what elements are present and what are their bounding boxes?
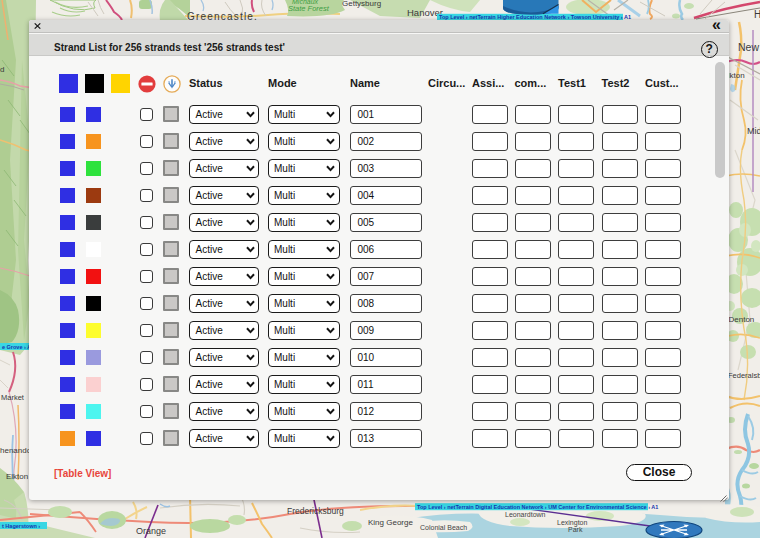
svg-text:Market: Market bbox=[1, 393, 25, 402]
svg-text:d: d bbox=[0, 65, 4, 74]
svg-text:Fredericksburg: Fredericksburg bbox=[287, 506, 344, 516]
svg-text:Orange: Orange bbox=[136, 526, 166, 536]
svg-text:henando: henando bbox=[0, 446, 32, 455]
svg-text:Denton: Denton bbox=[729, 315, 755, 324]
svg-text:t Hagerstown ›: t Hagerstown › bbox=[2, 523, 40, 529]
svg-text:Park: Park bbox=[568, 526, 583, 533]
svg-text:H: H bbox=[754, 9, 760, 20]
svg-text:Top Level › netTerrain Digital: Top Level › netTerrain Digital Education… bbox=[417, 504, 658, 510]
svg-text:State Forest: State Forest bbox=[288, 4, 330, 13]
svg-text:King George: King George bbox=[368, 518, 413, 527]
svg-text:Elkton: Elkton bbox=[6, 472, 28, 481]
svg-text:Leonardtown: Leonardtown bbox=[505, 511, 546, 518]
svg-text:Federalsb: Federalsb bbox=[728, 371, 760, 380]
svg-text:Gettysburg: Gettysburg bbox=[342, 0, 381, 8]
svg-text:Mid: Mid bbox=[747, 126, 760, 136]
svg-text:New: New bbox=[738, 41, 759, 53]
svg-text:Colonial Beach: Colonial Beach bbox=[420, 524, 467, 531]
